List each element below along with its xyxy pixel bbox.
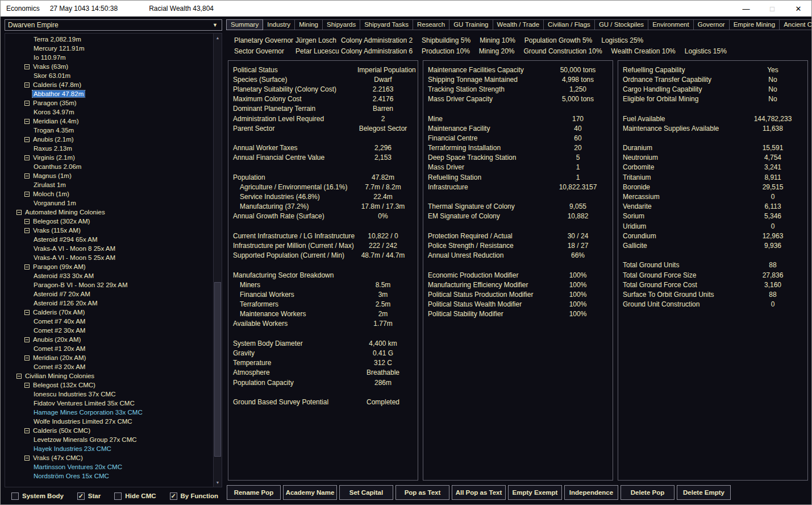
checkbox-unchecked-icon[interactable] (114, 492, 122, 500)
tab-wealth-trade[interactable]: Wealth / Trade (493, 19, 544, 30)
tab-gu-training[interactable]: GU Training (449, 19, 493, 30)
independence-button[interactable]: Independence (564, 485, 618, 500)
tree-item[interactable]: Comet #1 20x AM (5, 344, 213, 353)
checkbox-checked-icon[interactable]: ✓ (170, 492, 177, 500)
tree-item[interactable]: Mercury 121.91m (5, 44, 213, 53)
all-pop-as-text-button[interactable]: All Pop as Text (452, 485, 506, 500)
tree-item[interactable]: Calderis (70x AM) (5, 308, 213, 317)
tree-item[interactable]: Virginis (2.1m) (5, 153, 213, 162)
tree-item[interactable]: Asteroid #126 20x AM (5, 299, 213, 308)
scrollbar-track[interactable] (214, 42, 222, 478)
tree-item[interactable]: Comet #3 20x AM (5, 362, 213, 371)
empty-exempt-button[interactable]: Empty Exempt (508, 485, 562, 500)
tree-expand-icon[interactable] (24, 456, 30, 461)
tab-shipyard-tasks[interactable]: Shipyard Tasks (360, 19, 413, 30)
tree-item[interactable]: Ionescu Industries 37x CMC (5, 390, 213, 399)
delete-empty-button[interactable]: Delete Empty (677, 485, 731, 500)
checkbox-star[interactable]: ✓Star (77, 492, 101, 500)
tree-item[interactable]: Raxus 2.13m (5, 144, 213, 153)
tree-item[interactable]: Vraks (47x CMC) (5, 453, 213, 462)
tree-item[interactable]: Meridian (20x AM) (5, 353, 213, 362)
tree-item[interactable]: Belegost (302x AM) (5, 217, 213, 226)
checkbox-system-body[interactable]: System Body (11, 492, 64, 500)
tree-expand-icon[interactable] (24, 119, 30, 124)
tree-item[interactable]: Io 110.97m (5, 53, 213, 62)
tree-item[interactable]: Hamage Mines Corporation 33x CMC (5, 408, 213, 417)
tree-item[interactable]: Meridian (4.4m) (5, 117, 213, 126)
tab-civilian-flags[interactable]: Civilian / Flags (543, 19, 595, 30)
scroll-up-icon[interactable]: ▲ (214, 34, 222, 42)
tree-expand-icon[interactable] (24, 337, 30, 342)
tree-item[interactable]: Koros 34.97m (5, 107, 213, 117)
tree-expand-icon[interactable] (24, 428, 30, 433)
tree-item[interactable]: Nordström Ores 15x CMC (5, 471, 213, 481)
tree-item[interactable]: Martinsson Ventures 20x CMC (5, 462, 213, 471)
tree-item[interactable]: Vraks (63m) (5, 62, 213, 71)
tree-item[interactable]: Vorganund 1m (5, 198, 213, 208)
tree-item[interactable]: Anubis (20x AM) (5, 335, 213, 344)
maximize-icon[interactable]: □ (759, 1, 785, 16)
tree-item[interactable]: Ocanthus 2.06m (5, 162, 213, 171)
checkbox-hide-cmc[interactable]: Hide CMC (114, 492, 156, 500)
tree-item[interactable]: Terra 2,082.19m (5, 35, 213, 44)
empire-dropdown[interactable]: Dwarven Empire ▼ (5, 19, 222, 31)
rename-pop-button[interactable]: Rename Pop (227, 485, 281, 500)
tab-ancient-constructs[interactable]: Ancient Constructs (779, 19, 812, 30)
tree-expand-icon[interactable] (24, 228, 30, 233)
tree-item[interactable]: Skor 63.01m (5, 71, 213, 80)
tree-expand-icon[interactable] (24, 173, 30, 179)
scroll-down-icon[interactable]: ▼ (214, 478, 222, 487)
delete-pop-button[interactable]: Delete Pop (621, 485, 674, 500)
tree-item[interactable]: Magnus (1m) (5, 171, 213, 180)
close-icon[interactable]: ✕ (785, 1, 811, 16)
tree-item[interactable]: Automated Mining Colonies (5, 208, 213, 217)
tree-item[interactable]: Vraks-A VI - Moon 8 25x AM (5, 244, 213, 253)
tree-item[interactable]: Asteroid #7 20x AM (5, 289, 213, 299)
minimize-icon[interactable]: — (733, 1, 759, 16)
tree-item[interactable]: Fidatov Ventures Limited 35x CMC (5, 399, 213, 408)
tree-item[interactable]: Belegost (132x CMC) (5, 380, 213, 390)
tree-expand-icon[interactable] (24, 64, 30, 69)
tree-expand-icon[interactable] (24, 101, 30, 106)
tree-item[interactable]: Anubis (2.1m) (5, 135, 213, 144)
tree-item[interactable]: Calderis (50x CMC) (5, 426, 213, 435)
tree-item[interactable]: Zirulast 1m (5, 180, 213, 189)
tab-industry[interactable]: Industry (263, 19, 295, 30)
tab-gu-stockpiles[interactable]: GU / Stockpiles (594, 19, 648, 30)
tree-expand-icon[interactable] (24, 82, 30, 88)
tree-item[interactable]: Asteroid #294 65x AM (5, 235, 213, 244)
tab-summary[interactable]: Summary (226, 19, 263, 30)
set-capital-button[interactable]: Set Capital (339, 485, 393, 500)
tab-shipyards[interactable]: Shipyards (322, 19, 360, 30)
tree-expand-icon[interactable] (24, 383, 30, 388)
tree-expand-icon[interactable] (24, 192, 30, 197)
tree-expand-icon[interactable] (24, 264, 30, 270)
tab-environment[interactable]: Environment (648, 19, 694, 30)
tree-item[interactable]: Paragon (99x AM) (5, 262, 213, 271)
scrollbar-thumb[interactable] (214, 282, 221, 457)
tab-empire-mining[interactable]: Empire Mining (729, 19, 780, 30)
tab-governor[interactable]: Governor (693, 19, 730, 30)
tree-scrollbar[interactable]: ▲ ▼ (213, 34, 222, 487)
tree-expand-icon[interactable] (24, 355, 30, 361)
pop-as-text-button[interactable]: Pop as Text (395, 485, 449, 500)
tree-item[interactable]: Paragon (35m) (5, 98, 213, 107)
tree-item[interactable]: Asteroid #33 30x AM (5, 271, 213, 280)
tree-item[interactable]: Hayek Industries 23x CMC (5, 444, 213, 453)
tree-item[interactable]: Comet #7 40x AM (5, 317, 213, 326)
checkbox-checked-icon[interactable]: ✓ (77, 492, 85, 500)
checkbox-by-function[interactable]: ✓By Function (170, 492, 218, 500)
checkbox-unchecked-icon[interactable] (11, 492, 19, 500)
tree-item[interactable]: Levetzow Minerals Group 27x CMC (5, 435, 213, 444)
tree-item[interactable]: Vraks (115x AM) (5, 226, 213, 235)
tree-expand-icon[interactable] (24, 219, 30, 224)
tree-expand-icon[interactable] (16, 374, 22, 379)
tab-mining[interactable]: Mining (294, 19, 323, 30)
tree-expand-icon[interactable] (24, 137, 30, 142)
tree-item[interactable]: Moloch (1m) (5, 189, 213, 198)
tree-expand-icon[interactable] (24, 155, 30, 160)
tree-item[interactable]: Trogan 4.35m (5, 126, 213, 135)
tab-research[interactable]: Research (413, 19, 449, 30)
tree-item[interactable]: Abbathor 47.82m (5, 89, 213, 98)
tree-item[interactable]: Civilian Mining Colonies (5, 371, 213, 380)
